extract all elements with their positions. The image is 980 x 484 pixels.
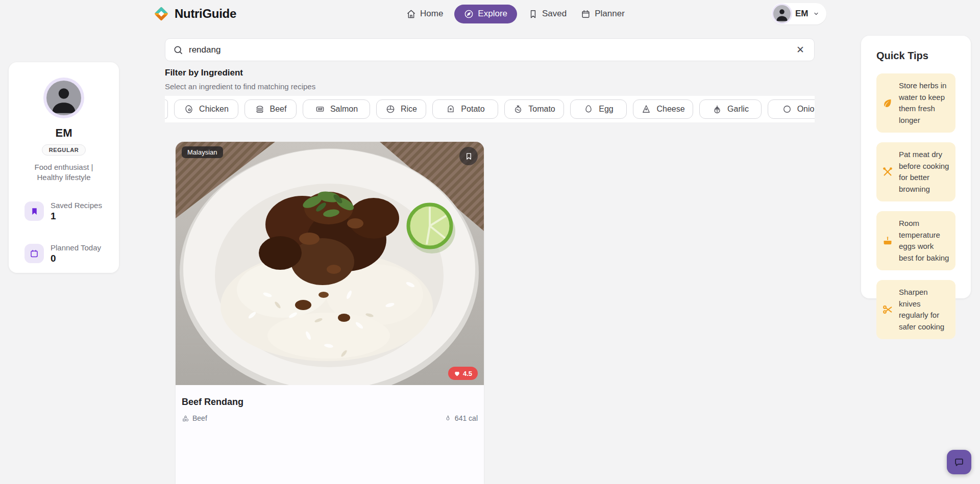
- chip-cheese[interactable]: Cheese: [633, 99, 693, 119]
- chip-label: Chicken: [199, 105, 229, 114]
- fish-icon: [315, 104, 325, 114]
- rating-badge: 4.5: [448, 367, 478, 380]
- chip-label: Beef: [270, 105, 287, 114]
- tip-item: Sharpen knives regularly for safer cooki…: [876, 280, 955, 339]
- user-initials: EM: [795, 9, 808, 19]
- nav-home-label: Home: [420, 9, 443, 19]
- stat-value: 0: [51, 253, 101, 264]
- nav-home[interactable]: Home: [403, 5, 446, 23]
- bookmark-icon: [24, 201, 44, 221]
- filter-subtitle: Select an ingredient to find matching re…: [165, 82, 315, 91]
- nav-explore[interactable]: Explore: [454, 5, 517, 23]
- chip-beef[interactable]: Beef: [244, 99, 297, 119]
- recipe-photo: Malaysian 4.5: [176, 142, 484, 385]
- heart-icon: [454, 370, 460, 377]
- recipe-meta: Beef 641 cal: [182, 414, 478, 422]
- burger-icon: [255, 104, 265, 114]
- stat-value: 1: [51, 211, 102, 222]
- chip-label: Rice: [401, 105, 417, 114]
- rating-value: 4.5: [463, 370, 472, 377]
- person-icon: [773, 5, 791, 22]
- nav-saved-label: Saved: [542, 9, 567, 19]
- bookmark-recipe-button[interactable]: [459, 147, 478, 165]
- chevron-down-icon: [813, 11, 819, 17]
- recipe-category-label: Beef: [192, 414, 207, 422]
- calendar-icon: [581, 9, 591, 19]
- user-avatar: [773, 5, 791, 22]
- cheese-icon: [641, 104, 651, 114]
- search-bar: ✕: [165, 38, 815, 61]
- recipe-category: Beef: [182, 414, 207, 422]
- chicken-icon: [184, 104, 194, 114]
- search-icon: [173, 45, 183, 55]
- chip-label: Egg: [599, 105, 613, 114]
- stat-saved-recipes: Saved Recipes 1: [9, 201, 119, 222]
- chip-label: Onion: [797, 105, 815, 114]
- recipe-title: Beef Rendang: [182, 397, 478, 407]
- beef-rendang-photo: [176, 142, 484, 385]
- ingredient-chip-strip[interactable]: Chicken Beef Salmon Rice Potato Tomato E…: [165, 96, 815, 122]
- nav-saved[interactable]: Saved: [525, 5, 570, 23]
- quick-tips-title: Quick Tips: [876, 50, 955, 62]
- recipe-card-beef-rendang[interactable]: Malaysian 4.5 Beef Rendang Beef 641 cal: [176, 142, 484, 484]
- brand-logo-icon: [153, 6, 169, 22]
- chip-garlic[interactable]: Garlic: [699, 99, 762, 119]
- profile-bio: Food enthusiast | Healthy lifestyle: [9, 162, 119, 183]
- membership-badge: REGULAR: [42, 144, 86, 156]
- chip-potato[interactable]: Potato: [432, 99, 498, 119]
- chip-salmon[interactable]: Salmon: [303, 99, 370, 119]
- rice-bowl-icon: [385, 104, 396, 114]
- chip-rice[interactable]: Rice: [376, 99, 426, 119]
- chip-egg[interactable]: Egg: [570, 99, 627, 119]
- utensils-icon: [882, 166, 893, 177]
- stat-label: Saved Recipes: [51, 201, 102, 210]
- chip-tomato[interactable]: Tomato: [504, 99, 564, 119]
- tip-item: Store herbs in water to keep them fresh …: [876, 73, 955, 133]
- scissors-icon: [882, 304, 893, 315]
- compass-icon: [464, 9, 474, 19]
- user-menu[interactable]: EM: [771, 3, 826, 24]
- bookmark-icon: [30, 207, 39, 216]
- tip-text: Sharpen knives regularly for safer cooki…: [899, 287, 950, 333]
- chip-label: Garlic: [727, 105, 749, 114]
- chip-chicken[interactable]: Chicken: [174, 99, 238, 119]
- cake-icon: [882, 235, 893, 246]
- search-input[interactable]: [189, 45, 789, 55]
- nav-explore-label: Explore: [478, 9, 507, 19]
- nav-planner[interactable]: Planner: [578, 5, 628, 23]
- tip-text: Pat meat dry before cooking for better b…: [899, 149, 950, 195]
- stat-planned-today: Planned Today 0: [9, 243, 119, 264]
- tip-text: Room temperature eggs work best for baki…: [899, 218, 950, 264]
- tip-item: Pat meat dry before cooking for better b…: [876, 142, 955, 201]
- calendar-icon: [24, 244, 44, 263]
- clear-search-icon[interactable]: ✕: [794, 44, 806, 56]
- chip-label: Salmon: [330, 105, 358, 114]
- profile-avatar: [46, 81, 81, 115]
- tomato-icon: [513, 104, 523, 114]
- chip-partial: [165, 99, 168, 119]
- home-icon: [406, 9, 416, 19]
- chat-button[interactable]: [947, 450, 971, 474]
- bookmark-icon: [528, 9, 538, 19]
- profile-name: EM: [9, 126, 119, 140]
- profile-card: EM REGULAR Food enthusiast | Healthy lif…: [9, 62, 119, 273]
- chip-label: Cheese: [656, 105, 684, 114]
- chip-onion[interactable]: Onion: [768, 99, 815, 119]
- tip-item: Room temperature eggs work best for baki…: [876, 211, 955, 270]
- tip-text: Store herbs in water to keep them fresh …: [899, 80, 950, 126]
- cuisine-badge: Malaysian: [182, 146, 223, 158]
- chip-label: Tomato: [528, 105, 555, 114]
- bookmark-icon: [465, 152, 473, 160]
- person-icon: [46, 81, 81, 115]
- chip-label: Potato: [461, 105, 484, 114]
- recipe-calories-label: 641 cal: [455, 414, 478, 422]
- onion-icon: [782, 104, 792, 114]
- nutriguide-app: NutriGuide Home Explore Saved Planner EM…: [0, 0, 980, 484]
- recipe-card-body: Beef Rendang Beef 641 cal: [176, 385, 484, 422]
- chat-bubble-icon: [953, 456, 965, 468]
- profile-avatar-ring: [43, 78, 84, 118]
- stat-label: Planned Today: [51, 243, 101, 252]
- filter-title: Filter by Ingredient: [165, 68, 243, 78]
- calendar-icon: [30, 249, 39, 258]
- main-nav: Home Explore Saved Planner: [403, 4, 628, 24]
